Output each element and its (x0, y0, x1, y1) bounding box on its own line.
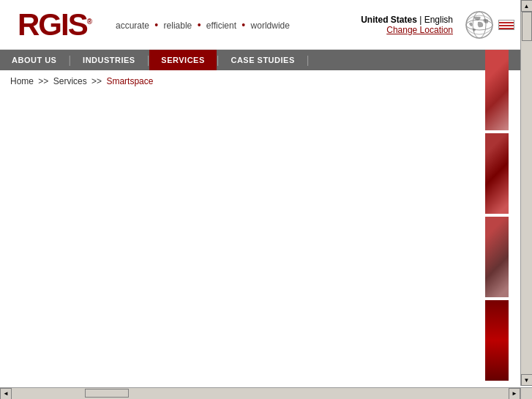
header: RGIS® accurate • reliable • efficient • … (0, 0, 520, 50)
location-country-lang: United States | English (361, 15, 453, 25)
side-images (485, 50, 509, 386)
tagline-text: accurate • reliable • efficient • worldw… (116, 19, 290, 31)
scrollbar-right: ▲ ▼ (520, 0, 532, 386)
tagline: accurate • reliable • efficient • worldw… (108, 0, 352, 49)
breadcrumb-home[interactable]: Home (10, 76, 34, 86)
side-image-4 (485, 300, 509, 381)
scroll-down-button[interactable]: ▼ (521, 374, 533, 386)
breadcrumb: Home >> Services >> Smartspace (0, 70, 520, 92)
scrollbar-thumb-vertical[interactable] (522, 12, 532, 41)
side-image-1 (485, 50, 509, 130)
nav-sep-4: | (307, 50, 310, 70)
nav-item-case-studies[interactable]: CASE STUDIES (219, 50, 306, 70)
location-area: United States | English Change Location (352, 0, 462, 49)
breadcrumb-sep-1: >> (38, 76, 48, 86)
scrollbar-bottom: ◄ ► (0, 387, 520, 399)
breadcrumb-services[interactable]: Services (53, 76, 87, 86)
main-content: RGIS® accurate • reliable • efficient • … (0, 0, 520, 386)
scrollbar-thumb-horizontal[interactable] (85, 389, 129, 398)
scroll-left-button[interactable]: ◄ (0, 388, 12, 400)
nav-item-industries[interactable]: INDUSTRIES (71, 50, 147, 70)
side-image-3 (485, 217, 509, 297)
side-image-2 (485, 133, 509, 214)
breadcrumb-sep-2: >> (91, 76, 102, 86)
nav-item-about-us[interactable]: ABOUT US (0, 50, 68, 70)
breadcrumb-current: Smartspace (106, 76, 153, 86)
globe-icon (462, 7, 497, 42)
change-location-link[interactable]: Change Location (386, 25, 453, 35)
logo-area: RGIS® (0, 0, 108, 49)
scrollbar-track-vertical[interactable] (521, 12, 533, 374)
flag-icon (498, 20, 514, 30)
scrollbar-track-horizontal[interactable] (12, 388, 509, 400)
scroll-right-button[interactable]: ► (509, 388, 520, 400)
scrollbar-corner (520, 387, 532, 399)
scroll-up-button[interactable]: ▲ (521, 0, 533, 12)
logo: RGIS® (18, 10, 91, 40)
nav-bar: ABOUT US | INDUSTRIES | SERVICES | CASE … (0, 50, 520, 70)
globe-area (462, 0, 520, 49)
nav-item-services[interactable]: SERVICES (149, 50, 216, 70)
content-area (0, 92, 520, 370)
